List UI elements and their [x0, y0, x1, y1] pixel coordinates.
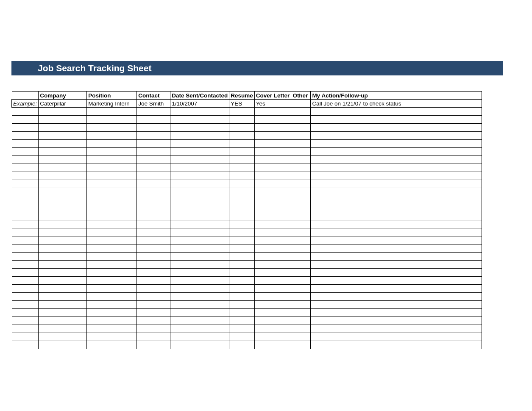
empty-cell[interactable]: [291, 309, 311, 317]
empty-cell[interactable]: [254, 132, 291, 140]
empty-cell[interactable]: [254, 309, 291, 317]
empty-cell[interactable]: [229, 132, 255, 140]
cell-cover-letter[interactable]: Yes: [254, 100, 291, 108]
empty-cell[interactable]: [39, 317, 87, 325]
empty-cell[interactable]: [87, 132, 137, 140]
empty-cell[interactable]: [170, 261, 229, 269]
empty-cell[interactable]: [311, 269, 482, 277]
empty-cell[interactable]: [87, 253, 137, 261]
empty-cell[interactable]: [87, 285, 137, 293]
empty-cell[interactable]: [291, 148, 311, 156]
empty-cell[interactable]: [291, 325, 311, 333]
empty-cell[interactable]: [311, 244, 482, 253]
empty-cell[interactable]: [311, 188, 482, 196]
empty-cell[interactable]: [170, 220, 229, 228]
empty-cell[interactable]: [311, 325, 482, 333]
empty-cell[interactable]: [137, 253, 170, 261]
empty-cell[interactable]: [12, 220, 39, 228]
empty-cell[interactable]: [291, 333, 311, 341]
empty-cell[interactable]: [137, 285, 170, 293]
empty-cell[interactable]: [137, 108, 170, 116]
empty-cell[interactable]: [311, 156, 482, 164]
empty-cell[interactable]: [170, 116, 229, 124]
empty-cell[interactable]: [254, 261, 291, 269]
empty-cell[interactable]: [170, 325, 229, 333]
cell-position[interactable]: Marketing Intern: [87, 100, 137, 108]
empty-cell[interactable]: [311, 333, 482, 341]
empty-cell[interactable]: [137, 309, 170, 317]
empty-cell[interactable]: [39, 261, 87, 269]
empty-cell[interactable]: [137, 156, 170, 164]
empty-cell[interactable]: [39, 244, 87, 253]
empty-cell[interactable]: [170, 333, 229, 341]
empty-cell[interactable]: [87, 156, 137, 164]
empty-cell[interactable]: [12, 204, 39, 212]
empty-cell[interactable]: [39, 148, 87, 156]
empty-cell[interactable]: [39, 236, 87, 244]
cell-company[interactable]: Caterpillar: [39, 100, 87, 108]
empty-cell[interactable]: [12, 116, 39, 124]
empty-cell[interactable]: [254, 124, 291, 132]
empty-cell[interactable]: [87, 220, 137, 228]
empty-cell[interactable]: [254, 269, 291, 277]
empty-cell[interactable]: [87, 236, 137, 244]
empty-cell[interactable]: [254, 333, 291, 341]
empty-cell[interactable]: [137, 244, 170, 253]
empty-cell[interactable]: [170, 341, 229, 349]
empty-cell[interactable]: [170, 253, 229, 261]
empty-cell[interactable]: [87, 301, 137, 309]
empty-cell[interactable]: [311, 116, 482, 124]
empty-cell[interactable]: [291, 253, 311, 261]
empty-cell[interactable]: [137, 301, 170, 309]
empty-cell[interactable]: [170, 285, 229, 293]
empty-cell[interactable]: [229, 333, 255, 341]
empty-cell[interactable]: [311, 253, 482, 261]
empty-cell[interactable]: [254, 301, 291, 309]
empty-cell[interactable]: [12, 124, 39, 132]
empty-cell[interactable]: [229, 164, 255, 172]
empty-cell[interactable]: [291, 236, 311, 244]
empty-cell[interactable]: [254, 317, 291, 325]
empty-cell[interactable]: [254, 140, 291, 148]
empty-cell[interactable]: [254, 196, 291, 204]
empty-cell[interactable]: [137, 164, 170, 172]
empty-cell[interactable]: [137, 277, 170, 285]
empty-cell[interactable]: [137, 341, 170, 349]
empty-cell[interactable]: [254, 253, 291, 261]
empty-cell[interactable]: [311, 236, 482, 244]
empty-cell[interactable]: [87, 269, 137, 277]
empty-cell[interactable]: [291, 204, 311, 212]
empty-cell[interactable]: [87, 317, 137, 325]
empty-cell[interactable]: [137, 172, 170, 180]
empty-cell[interactable]: [291, 196, 311, 204]
empty-cell[interactable]: [311, 140, 482, 148]
empty-cell[interactable]: [39, 180, 87, 188]
empty-cell[interactable]: [170, 204, 229, 212]
empty-cell[interactable]: [39, 333, 87, 341]
empty-cell[interactable]: [291, 277, 311, 285]
empty-cell[interactable]: [87, 212, 137, 220]
empty-cell[interactable]: [291, 164, 311, 172]
empty-cell[interactable]: [12, 196, 39, 204]
empty-cell[interactable]: [39, 220, 87, 228]
empty-cell[interactable]: [291, 244, 311, 253]
empty-cell[interactable]: [137, 180, 170, 188]
empty-cell[interactable]: [12, 236, 39, 244]
empty-cell[interactable]: [12, 317, 39, 325]
empty-cell[interactable]: [87, 244, 137, 253]
empty-cell[interactable]: [12, 244, 39, 253]
empty-cell[interactable]: [39, 156, 87, 164]
empty-cell[interactable]: [311, 108, 482, 116]
empty-cell[interactable]: [170, 108, 229, 116]
empty-cell[interactable]: [291, 132, 311, 140]
empty-cell[interactable]: [39, 204, 87, 212]
empty-cell[interactable]: [137, 188, 170, 196]
empty-cell[interactable]: [229, 108, 255, 116]
empty-cell[interactable]: [137, 269, 170, 277]
empty-cell[interactable]: [229, 244, 255, 253]
empty-cell[interactable]: [39, 212, 87, 220]
empty-cell[interactable]: [254, 108, 291, 116]
empty-cell[interactable]: [254, 220, 291, 228]
empty-cell[interactable]: [12, 212, 39, 220]
empty-cell[interactable]: [87, 293, 137, 301]
